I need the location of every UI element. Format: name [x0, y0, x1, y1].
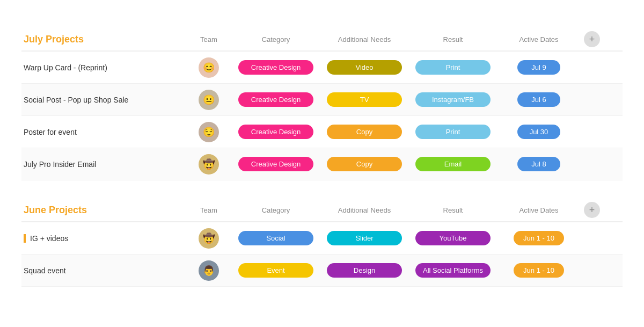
table-row: Warp Up Card - (Reprint)😊Creative Design…: [21, 52, 623, 84]
additional-needs-cell: Design: [319, 263, 410, 278]
additional-needs-badge: Video: [327, 60, 402, 75]
section-july-title: July Projects: [24, 34, 84, 45]
date-cell: Jun 1 - 10: [496, 263, 582, 278]
row-name: Poster for event: [24, 128, 185, 136]
result-cell: Email: [410, 157, 496, 171]
result-cell: Print: [410, 60, 496, 75]
additional-needs-badge: Slider: [327, 231, 402, 245]
additional-needs-cell: Slider: [319, 231, 410, 245]
avatar: 🤠: [199, 228, 219, 249]
category-cell: Creative Design: [233, 92, 319, 107]
table-row: Social Post - Pop up Shop Sale😐Creative …: [21, 84, 623, 116]
row-name: IG + videos: [24, 234, 185, 243]
result-cell: Print: [410, 125, 496, 139]
avatar: 👨: [199, 260, 219, 281]
additional-needs-badge: TV: [327, 92, 402, 107]
row-name: Social Post - Pop up Shop Sale: [24, 96, 185, 104]
result-badge: Print: [415, 125, 491, 139]
row-name: Warp Up Card - (Reprint): [24, 63, 185, 72]
date-cell: Jul 6: [496, 92, 582, 107]
date-badge: Jun 1 - 10: [514, 263, 564, 278]
table-row: IG + videos🤠SocialSliderYouTubeJun 1 - 1…: [21, 222, 623, 255]
category-cell: Creative Design: [233, 60, 319, 75]
additional-needs-badge: Design: [327, 263, 402, 278]
section-june-title: June Projects: [24, 205, 87, 215]
category-badge: Social: [238, 231, 313, 245]
avatar-cell: 😊: [185, 57, 233, 78]
add-july-button[interactable]: +: [584, 31, 600, 47]
section-june-rows: IG + videos🤠SocialSliderYouTubeJun 1 - 1…: [21, 221, 623, 287]
category-badge: Creative Design: [238, 92, 313, 107]
avatar-cell: 😐: [185, 90, 233, 110]
category-cell: Social: [233, 231, 319, 245]
category-badge: Event: [238, 263, 313, 278]
table-row: Squad event👨EventDesignAll Social Platfo…: [21, 255, 623, 287]
category-badge: Creative Design: [238, 157, 313, 171]
additional-needs-cell: Copy: [319, 157, 410, 171]
section-july: July ProjectsTeamCategoryAdditional Need…: [21, 31, 623, 180]
category-cell: Creative Design: [233, 157, 319, 171]
section-july-header: July ProjectsTeamCategoryAdditional Need…: [21, 31, 623, 47]
table-row: July Pro Insider Email🤠Creative DesignCo…: [21, 148, 623, 180]
result-badge: Instagram/FB: [415, 92, 491, 107]
date-cell: Jul 30: [496, 125, 582, 139]
date-badge: Jun 1 - 10: [514, 231, 564, 245]
additional-needs-cell: Video: [319, 60, 410, 75]
section-july-rows: Warp Up Card - (Reprint)😊Creative Design…: [21, 50, 623, 180]
add-june-button[interactable]: +: [584, 202, 600, 218]
category-badge: Creative Design: [238, 60, 313, 75]
avatar-cell: 🤠: [185, 228, 233, 249]
date-badge: Jul 6: [517, 92, 560, 107]
avatar-cell: 😌: [185, 122, 233, 142]
avatar: 🤠: [199, 154, 219, 175]
result-badge: Print: [415, 60, 491, 75]
date-badge: Jul 30: [517, 125, 560, 139]
date-badge: Jul 8: [517, 157, 560, 171]
additional-needs-badge: Copy: [327, 125, 402, 139]
category-badge: Creative Design: [238, 125, 313, 139]
result-badge: YouTube: [415, 231, 491, 245]
date-cell: Jun 1 - 10: [496, 231, 582, 245]
row-name: July Pro Insider Email: [24, 160, 185, 169]
date-badge: Jul 9: [517, 60, 560, 75]
avatar-cell: 👨: [185, 260, 233, 281]
result-cell: YouTube: [410, 231, 496, 245]
section-june: June ProjectsTeamCategoryAdditional Need…: [21, 202, 623, 287]
result-badge: All Social Platforms: [415, 263, 491, 278]
section-june-header: June ProjectsTeamCategoryAdditional Need…: [21, 202, 623, 218]
result-cell: Instagram/FB: [410, 92, 496, 107]
additional-needs-cell: TV: [319, 92, 410, 107]
additional-needs-cell: Copy: [319, 125, 410, 139]
category-cell: Event: [233, 263, 319, 278]
category-cell: Creative Design: [233, 125, 319, 139]
avatar: 😌: [199, 122, 219, 142]
additional-needs-badge: Copy: [327, 157, 402, 171]
row-name: Squad event: [24, 266, 185, 275]
avatar: 😊: [199, 57, 219, 78]
table-row: Poster for event😌Creative DesignCopyPrin…: [21, 116, 623, 148]
result-cell: All Social Platforms: [410, 263, 496, 278]
result-badge: Email: [415, 157, 491, 171]
date-cell: Jul 9: [496, 60, 582, 75]
avatar: 😐: [199, 90, 219, 110]
avatar-cell: 🤠: [185, 154, 233, 175]
date-cell: Jul 8: [496, 157, 582, 171]
